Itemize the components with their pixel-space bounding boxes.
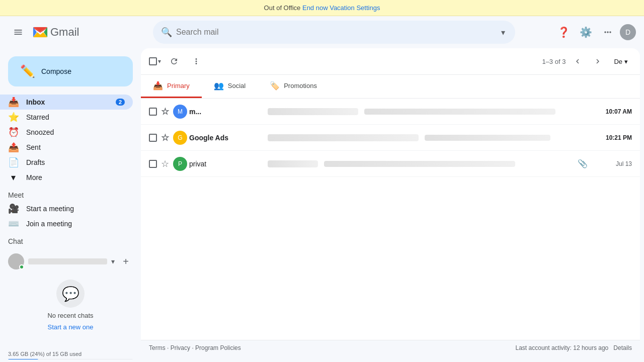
sidebar-item-snoozed[interactable]: ⏰ Snoozed [0,125,133,140]
select-dropdown-arrow[interactable]: ▾ [158,58,161,65]
snoozed-icon: ⏰ [8,127,18,138]
email-sender-1: M m... [173,105,264,119]
starred-icon: ⭐ [8,112,18,123]
start-meeting-item[interactable]: 🎥 Start a meeting [0,201,133,216]
sender-name-2: Google Ads [189,134,228,142]
email-star-2[interactable]: ☆ [161,132,169,143]
chevron-right-icon [593,57,602,66]
email-time-3: Jul 13 [592,160,632,167]
privacy-link[interactable]: Privacy [171,344,190,351]
email-content-3 [268,160,574,167]
compose-button[interactable]: ✏️ Compose [8,56,133,86]
email-content-2 [268,134,588,141]
join-meeting-label: Join a meeting [26,220,125,228]
sidebar-item-sent[interactable]: 📤 Sent [0,140,133,155]
drafts-label: Drafts [26,158,125,166]
more-expand-icon: ▾ [8,172,18,183]
avatar[interactable]: D [620,24,636,40]
email-subject-1 [268,108,358,115]
last-activity-text: Last account activity: 12 hours ago [516,344,609,351]
header-right: ❓ ⚙️ D [553,22,636,42]
sidebar-item-more[interactable]: ▾ More [0,170,133,185]
terms-link[interactable]: Terms [149,344,166,351]
sidebar-item-starred[interactable]: ⭐ Starred [0,110,133,125]
join-icon: ⌨️ [8,218,18,229]
sender-avatar-1: M [173,105,187,119]
footer-left: Terms · Privacy · Program Policies [149,344,241,351]
search-options-button[interactable]: ▾ [499,26,507,39]
pagination-text: 1–3 of 3 [542,58,566,65]
pagination-prev-button[interactable] [570,53,586,69]
end-now-link[interactable]: End now [302,4,328,12]
chat-dropdown-icon[interactable]: ▾ [111,257,115,265]
chat-user-row: ▾ + [8,251,133,272]
social-tab-icon: 👥 [214,81,224,90]
details-link[interactable]: Details [613,344,632,351]
email-star-1[interactable]: ☆ [161,106,169,117]
start-new-chat-link[interactable]: Start a new one [47,323,93,331]
email-list: ☆ M m... 10:07 AM ☆ G Google Ads [141,99,640,340]
apps-button[interactable] [598,22,618,42]
join-meeting-item[interactable]: ⌨️ Join a meeting [0,216,133,231]
chat-add-button[interactable]: + [119,254,133,268]
chat-user-avatar [8,253,24,269]
display-dropdown-icon: ▾ [624,58,628,65]
sender-name-1: m... [189,108,201,116]
footer-right: Last account activity: 12 hours ago Deta… [516,344,632,351]
gmail-logo[interactable]: Gmail [32,24,79,40]
footer: Terms · Privacy · Program Policies Last … [141,340,640,355]
program-policies-link[interactable]: Program Policies [195,344,241,351]
email-checkbox-1[interactable] [149,108,157,116]
hamburger-menu-button[interactable] [8,22,28,42]
pagination-next-button[interactable] [590,53,606,69]
start-meeting-label: Start a meeting [26,205,125,213]
promotions-tab-icon: 🏷️ [270,81,280,90]
tab-promotions[interactable]: 🏷️ Promotions [258,75,329,98]
email-star-3[interactable]: ☆ [161,158,169,169]
sidebar-item-drafts[interactable]: 📄 Drafts [0,155,133,170]
sidebar-item-inbox[interactable]: 📥 Inbox 2 [0,95,133,110]
search-input[interactable] [176,28,495,37]
sender-avatar-2: G [173,131,187,145]
meet-section-label: Meet [0,185,141,201]
table-row[interactable]: ☆ M m... 10:07 AM [141,99,640,125]
header: Gmail 🔍 ▾ ❓ ⚙️ D [0,16,644,48]
email-checkbox-2[interactable] [149,134,157,142]
display-label: De [614,58,622,65]
chat-section-label: Chat [0,231,141,247]
social-tab-label: Social [228,82,246,89]
more-label: More [26,173,125,182]
help-button[interactable]: ❓ [553,22,574,42]
display-density-button[interactable]: De ▾ [610,56,632,67]
table-row[interactable]: ☆ G Google Ads 10:21 PM [141,125,640,151]
tab-social[interactable]: 👥 Social [202,75,258,98]
tab-primary[interactable]: 📥 Primary [141,75,202,98]
refresh-icon [170,57,179,66]
select-all-checkbox[interactable] [149,57,157,65]
settings-icon: ⚙️ [580,26,592,38]
no-chats-icon: 💬 [56,280,85,308]
table-row[interactable]: ☆ P privat 📎 Jul 13 [141,151,640,177]
compose-label: Compose [41,67,71,75]
chat-section: ▾ + 💬 No recent chats Start a new one [0,247,141,343]
footer-dot-1: · [167,344,171,351]
more-options-button[interactable] [187,52,205,70]
sent-icon: 📤 [8,142,18,153]
attachment-icon-3: 📎 [578,159,588,168]
email-snippet-3 [324,161,515,167]
no-chats-area: 💬 No recent chats Start a new one [8,272,133,339]
settings-button[interactable]: ⚙️ [576,22,596,42]
vacation-settings-link[interactable]: Vacation Settings [330,4,380,12]
sent-label: Sent [26,143,125,151]
starred-label: Starred [26,113,125,121]
main-layout: ✏️ Compose 📥 Inbox 2 ⭐ Starred ⏰ Snoozed… [0,48,644,359]
search-bar: 🔍 ▾ [153,21,515,44]
help-icon: ❓ [557,26,570,38]
sender-name-3: privat [189,160,206,168]
header-left: Gmail [8,22,149,42]
storage-section: 3.65 GB (24%) of 15 GB used Manage [0,343,141,359]
email-checkbox-3[interactable] [149,160,157,168]
email-time-2: 10:21 PM [592,134,632,141]
refresh-button[interactable] [165,52,183,70]
pagination: 1–3 of 3 De ▾ [542,53,632,69]
